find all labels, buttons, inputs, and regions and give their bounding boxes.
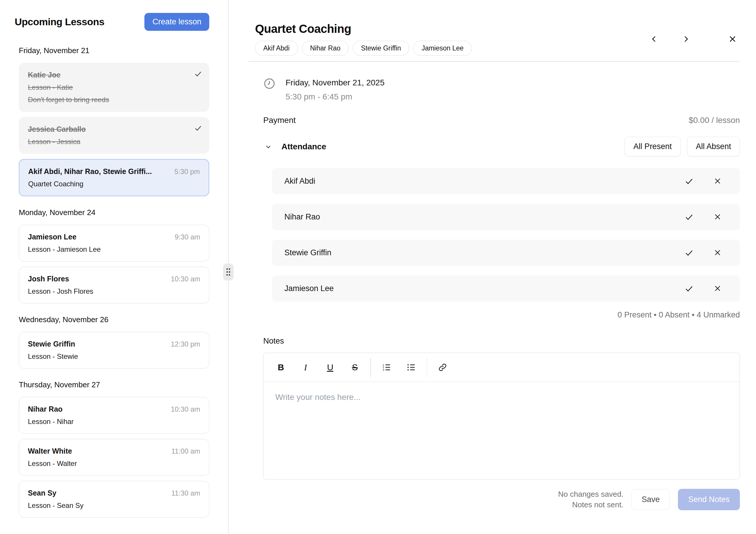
create-lesson-button[interactable]: Create lesson	[145, 13, 209, 31]
lesson-subtitle: Lesson - Stewie	[28, 352, 200, 360]
strikethrough-button[interactable]: S	[346, 358, 364, 376]
italic-button[interactable]: I	[296, 358, 314, 376]
notes-toolbar: B I U S 123	[263, 353, 740, 382]
x-icon	[713, 212, 722, 222]
bullet-list-icon	[406, 362, 416, 372]
upcoming-lessons-sidebar: Upcoming Lessons Create lesson Friday, N…	[0, 0, 228, 534]
mark-absent-button[interactable]	[712, 211, 723, 223]
lesson-card-jamieson[interactable]: Jamieson Lee 9:30 am Lesson - Jamieson L…	[19, 225, 209, 261]
attendance-student-name: Stewie Griffin	[284, 248, 331, 257]
lesson-card-josh[interactable]: Josh Flores 10:30 am Lesson - Josh Flore…	[19, 267, 209, 304]
link-icon	[438, 363, 447, 372]
student-chip[interactable]: Akif Abdi	[255, 41, 298, 56]
lesson-card-katie[interactable]: Katie Joe Lesson - Katie Don't forget to…	[19, 63, 209, 112]
completed-check-icon	[194, 124, 202, 134]
lesson-title: Quartet Coaching	[255, 22, 472, 36]
link-button[interactable]	[433, 358, 452, 376]
drag-dots-icon	[225, 267, 231, 277]
lesson-card-walter[interactable]: Walter White 11:00 am Lesson - Walter	[19, 439, 209, 476]
lesson-detail-panel: Quartet Coaching Akif Abdi Nihar Rao Ste…	[229, 0, 756, 534]
lesson-card-nihar[interactable]: Nihar Rao 10:30 am Lesson - Nihar	[19, 397, 209, 434]
attendance-row: Stewie Griffin	[272, 240, 740, 266]
lesson-card-quartet-selected[interactable]: Akif Abdi, Nihar Rao, Stewie Griffi... 5…	[19, 159, 209, 196]
all-present-button[interactable]: All Present	[625, 137, 681, 156]
lesson-note: Don't forget to bring reeds	[28, 96, 200, 104]
check-icon	[684, 212, 694, 222]
date-group-header: Thursday, November 27	[19, 380, 209, 389]
student-chip[interactable]: Stewie Griffin	[353, 41, 409, 56]
chevron-left-icon	[649, 34, 659, 44]
notes-label: Notes	[263, 336, 740, 346]
lesson-subtitle: Quartet Coaching	[28, 180, 200, 188]
mark-absent-button[interactable]	[712, 282, 723, 295]
x-icon	[713, 176, 722, 186]
lesson-subtitle: Lesson - Jamieson Lee	[28, 245, 200, 254]
check-icon	[684, 248, 694, 258]
x-icon	[713, 248, 722, 257]
lesson-card-jessica[interactable]: Jessica Carballo Lesson - Jessica	[19, 117, 209, 154]
bold-button[interactable]: B	[272, 358, 290, 376]
detail-header: Quartet Coaching Akif Abdi Nihar Rao Ste…	[249, 0, 740, 56]
close-icon	[728, 34, 738, 44]
lesson-time: 9:30 am	[175, 233, 200, 241]
lesson-time: 10:30 am	[171, 275, 200, 283]
payment-row: Payment $0.00 / lesson	[263, 116, 740, 125]
app-window: Upcoming Lessons Create lesson Friday, N…	[0, 0, 756, 534]
notes-input[interactable]	[263, 382, 740, 479]
lesson-date: Friday, November 21, 2025	[285, 77, 385, 89]
previous-lesson-button[interactable]	[647, 32, 661, 46]
mark-present-button[interactable]	[683, 175, 695, 187]
lesson-card-list: Katie Joe Lesson - Katie Don't forget to…	[19, 63, 209, 196]
mark-present-button[interactable]	[683, 211, 695, 223]
notes-footer: No changes saved. Notes not sent. Save S…	[249, 489, 740, 510]
header-divider	[249, 61, 740, 62]
save-status-text: No changes saved. Notes not sent.	[558, 489, 624, 510]
check-icon	[684, 176, 694, 186]
student-chip[interactable]: Nihar Rao	[302, 41, 349, 56]
lesson-subtitle: Lesson - Nihar	[28, 417, 200, 426]
lesson-subtitle: Lesson - Walter	[28, 460, 200, 468]
date-group-header: Wednesday, November 26	[19, 315, 209, 324]
lesson-card-stewie[interactable]: Stewie Griffin 12:30 pm Lesson - Stewie	[19, 332, 209, 368]
attendance-row: Akif Abdi	[272, 168, 740, 194]
attendance-header: Attendance All Present All Absent	[263, 137, 740, 156]
lesson-card-list: Nihar Rao 10:30 am Lesson - Nihar Walter…	[19, 397, 209, 518]
panel-resize-handle[interactable]	[223, 263, 233, 280]
completed-check-icon	[194, 69, 202, 80]
lesson-name: Walter White	[28, 447, 72, 455]
attendance-summary: 0 Present • 0 Absent • 4 Unmarked	[249, 310, 740, 320]
lesson-subtitle: Lesson - Josh Flores	[28, 287, 200, 295]
next-lesson-button[interactable]	[679, 32, 693, 46]
lesson-time: 5:30 pm	[174, 168, 200, 176]
all-absent-button[interactable]: All Absent	[687, 137, 740, 156]
date-group-header: Monday, November 24	[19, 208, 209, 217]
mark-absent-button[interactable]	[712, 175, 723, 187]
lesson-name: Josh Flores	[28, 275, 69, 283]
mark-absent-button[interactable]	[712, 247, 723, 259]
ordered-list-button[interactable]: 123	[377, 358, 395, 376]
attendance-collapse-button[interactable]	[263, 142, 273, 152]
send-notes-button[interactable]: Send Notes	[678, 489, 740, 510]
schedule-row: Friday, November 21, 2025 5:30 pm - 6:45…	[263, 77, 740, 103]
attendance-row: Jamieson Lee	[272, 276, 740, 302]
notes-editor-box: B I U S 123	[263, 353, 740, 479]
lesson-name: Sean Sy	[28, 489, 56, 497]
lesson-time-range: 5:30 pm - 6:45 pm	[285, 91, 385, 103]
detail-nav	[647, 32, 740, 46]
lesson-subtitle: Lesson - Sean Sy	[28, 501, 200, 510]
close-detail-button[interactable]	[725, 32, 740, 46]
x-icon	[713, 284, 722, 293]
lesson-subtitle: Lesson - Katie	[28, 83, 200, 92]
payment-label: Payment	[263, 116, 296, 125]
mark-present-button[interactable]	[683, 247, 695, 259]
save-button[interactable]: Save	[632, 489, 670, 510]
chevron-right-icon	[681, 34, 690, 44]
clock-icon	[263, 77, 276, 103]
lesson-card-sean[interactable]: Sean Sy 11:30 am Lesson - Sean Sy	[19, 481, 209, 518]
student-chip[interactable]: Jamieson Lee	[413, 41, 472, 56]
bullet-list-button[interactable]	[402, 358, 420, 376]
mark-present-button[interactable]	[683, 282, 695, 295]
underline-button[interactable]: U	[321, 358, 339, 376]
lesson-time: 12:30 pm	[171, 340, 200, 348]
chevron-down-icon	[264, 143, 272, 150]
